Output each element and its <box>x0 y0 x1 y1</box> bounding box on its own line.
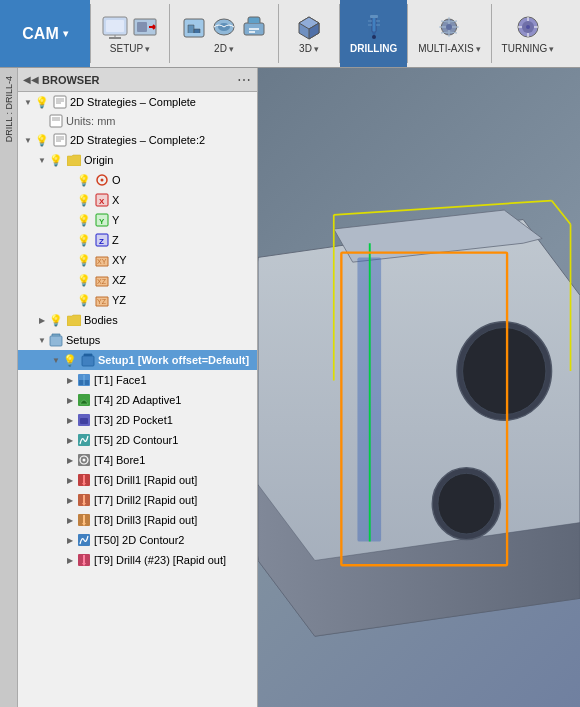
svg-rect-54 <box>80 418 88 424</box>
setup-label: SETUP ▾ <box>110 43 150 54</box>
svg-point-77 <box>438 473 495 534</box>
label-face1: [T1] Face1 <box>94 374 147 386</box>
tree-item-drill4[interactable]: ▶ [T9] Drill4 (#23) [Rapid out] <box>18 550 257 570</box>
tree-item-y[interactable]: 💡 Y Y <box>18 210 257 230</box>
browser-panel: ◀◀ BROWSER ⋯ ▼ 💡 2D Strategies – Complet… <box>18 68 258 707</box>
setups-icon <box>48 332 64 348</box>
label-strategies1: 2D Strategies – Complete <box>70 96 196 108</box>
expand-drill3[interactable]: ▶ <box>64 514 76 526</box>
svg-text:X: X <box>99 197 105 206</box>
tree-item-strategies1[interactable]: ▼ 💡 2D Strategies – Complete <box>18 92 257 112</box>
turning-chevron: ▾ <box>549 44 554 54</box>
tree-item-drill2[interactable]: ▶ [T7] Drill2 [Rapid out] <box>18 490 257 510</box>
tree-item-setups[interactable]: ▼ Setups <box>18 330 257 350</box>
label-contour2: [T50] 2D Contour2 <box>94 534 185 546</box>
label-origin: Origin <box>84 154 113 166</box>
tree-item-x[interactable]: 💡 X X <box>18 190 257 210</box>
bulb-y: 💡 <box>76 212 92 228</box>
label-xy: XY <box>112 254 127 266</box>
expand-setups[interactable]: ▼ <box>36 334 48 346</box>
label-setup1: Setup1 [Work offset=Default] <box>98 354 249 366</box>
tree-item-face1[interactable]: ▶ [T1] Face1 <box>18 370 257 390</box>
expand-bore1[interactable]: ▶ <box>64 454 76 466</box>
bulb-xy: 💡 <box>76 252 92 268</box>
label-bore1: [T4] Bore1 <box>94 454 145 466</box>
origin-y-icon: Y <box>94 212 110 228</box>
setup-icons <box>101 13 159 41</box>
units-label: Units: mm <box>66 115 116 127</box>
tree-item-o[interactable]: 💡 O <box>18 170 257 190</box>
expand-strategies1[interactable]: ▼ <box>22 96 34 108</box>
tree-item-drill1[interactable]: ▶ [T6] Drill1 [Rapid out] <box>18 470 257 490</box>
expand-strategies2[interactable]: ▼ <box>22 134 34 146</box>
tree-item-drill3[interactable]: ▶ [T8] Drill3 [Rapid out] <box>18 510 257 530</box>
expand-contour1[interactable]: ▶ <box>64 434 76 446</box>
tree-item-adaptive1[interactable]: ▶ [T4] 2D Adaptive1 <box>18 390 257 410</box>
tree-item-bore1[interactable]: ▶ [T4] Bore1 <box>18 450 257 470</box>
toolbar-group-multiaxis[interactable]: MULTI-AXIS ▾ <box>408 0 490 67</box>
doc-strategies1 <box>52 94 68 110</box>
browser-collapse-button[interactable]: ◀◀ <box>24 73 38 87</box>
expand-pocket1[interactable]: ▶ <box>64 414 76 426</box>
tree-item-strategies2[interactable]: ▼ 💡 2D Strategies – Complete:2 <box>18 130 257 150</box>
svg-point-38 <box>101 179 104 182</box>
multiaxis-icons <box>435 13 463 41</box>
svg-point-58 <box>83 459 86 462</box>
toolbar-group-3d[interactable]: 3D ▾ <box>279 0 339 67</box>
tree-item-bodies[interactable]: ▶ 💡 Bodies <box>18 310 257 330</box>
tree-item-xz[interactable]: 💡 XZ XZ <box>18 270 257 290</box>
origin-xy-icon: XY <box>94 252 110 268</box>
origin-xz-icon: XZ <box>94 272 110 288</box>
label-drill2: [T7] Drill2 [Rapid out] <box>94 494 197 506</box>
3d-icon-1 <box>295 13 323 41</box>
expand-origin[interactable]: ▼ <box>36 154 48 166</box>
adaptive1-icon <box>76 392 92 408</box>
side-tab[interactable]: DRILL : DRILL-4 <box>0 68 18 707</box>
expand-bodies[interactable]: ▶ <box>36 314 48 326</box>
toolbar-group-setup[interactable]: SETUP ▾ <box>91 0 169 67</box>
tree-item-origin[interactable]: ▼ 💡 Origin <box>18 150 257 170</box>
cam-menu-button[interactable]: CAM ▾ <box>0 0 90 67</box>
toolbar-group-turning[interactable]: TURNING ▾ <box>492 0 565 67</box>
tree-item-yz[interactable]: 💡 YZ YZ <box>18 290 257 310</box>
browser-menu-button[interactable]: ⋯ <box>237 72 251 88</box>
bulb-origin: 💡 <box>48 152 64 168</box>
svg-rect-60 <box>83 475 85 483</box>
turning-icon-1 <box>514 13 542 41</box>
svg-rect-49 <box>82 356 94 366</box>
label-yz: YZ <box>112 294 126 306</box>
viewport[interactable] <box>258 68 580 707</box>
svg-rect-33 <box>54 134 66 146</box>
svg-line-83 <box>552 201 571 225</box>
svg-rect-66 <box>83 515 85 523</box>
2d-icon-2 <box>210 13 238 41</box>
toolbar-group-drilling[interactable]: DRILLING <box>340 0 407 67</box>
expand-drill2[interactable]: ▶ <box>64 494 76 506</box>
expand-adaptive1[interactable]: ▶ <box>64 394 76 406</box>
expand-contour2[interactable]: ▶ <box>64 534 76 546</box>
tree-item-pocket1[interactable]: ▶ [T3] 2D Pocket1 <box>18 410 257 430</box>
bulb-z: 💡 <box>76 232 92 248</box>
multiaxis-label: MULTI-AXIS ▾ <box>418 43 480 54</box>
tree-item-setup1[interactable]: ▼ 💡 Setup1 [Work offset=Default] <box>18 350 257 370</box>
expand-x <box>64 194 76 206</box>
bore1-icon <box>76 452 92 468</box>
tree-item-contour2[interactable]: ▶ [T50] 2D Contour2 <box>18 530 257 550</box>
tree-item-contour1[interactable]: ▶ [T5] 2D Contour1 <box>18 430 257 450</box>
turning-label: TURNING ▾ <box>502 43 555 54</box>
toolbar-group-2d[interactable]: 2D ▾ <box>170 0 278 67</box>
bulb-bodies: 💡 <box>48 312 64 328</box>
tree-item-z[interactable]: 💡 Z Z <box>18 230 257 250</box>
tree-item-xy[interactable]: 💡 XY XY <box>18 250 257 270</box>
expand-setup1[interactable]: ▼ <box>50 354 62 366</box>
pocket1-icon <box>76 412 92 428</box>
drill-icons <box>360 13 388 41</box>
expand-face1[interactable]: ▶ <box>64 374 76 386</box>
bulb-x: 💡 <box>76 192 92 208</box>
expand-drill4[interactable]: ▶ <box>64 554 76 566</box>
svg-rect-5 <box>137 22 147 32</box>
expand-drill1[interactable]: ▶ <box>64 474 76 486</box>
2d-icon-3 <box>240 13 268 41</box>
3d-scene-svg <box>258 68 580 674</box>
label-x: X <box>112 194 119 206</box>
